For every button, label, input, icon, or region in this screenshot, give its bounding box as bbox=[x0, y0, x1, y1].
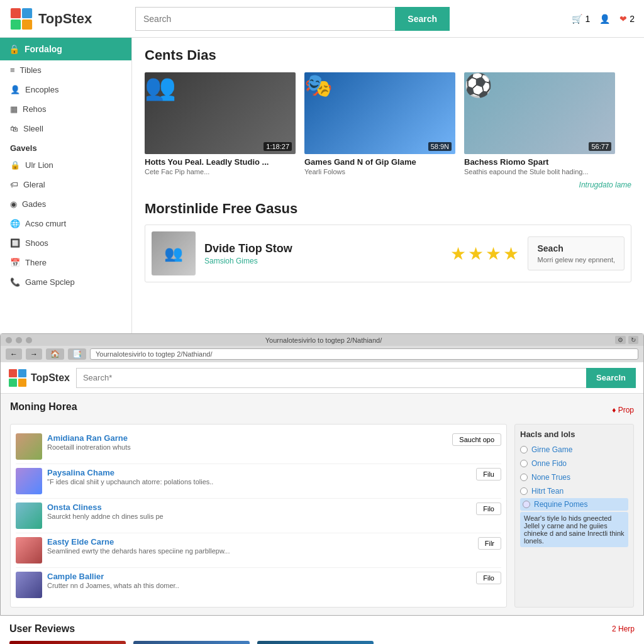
item-btn-4[interactable]: Filo bbox=[476, 572, 501, 584]
search-button[interactable]: Search bbox=[395, 7, 450, 31]
bag-icon: 🛍 bbox=[10, 124, 18, 133]
sidebar-item-label: Ulr Lion bbox=[25, 160, 53, 170]
bottom-movie-1[interactable]: 🎬 bbox=[9, 641, 126, 644]
sidebar-item-gleral[interactable]: 🏷 Gleral bbox=[0, 175, 131, 194]
movie-card-1[interactable]: 👥 1:18:27 Hotts You Peal. Leadly Studio … bbox=[145, 72, 296, 175]
browser-titlebar: Yournalotesivirlo to togtep 2/Nathiand/ … bbox=[1, 334, 643, 346]
radio-label-1: Onne Fido bbox=[531, 459, 567, 468]
radio-label-3: Hitrt Tean bbox=[531, 487, 564, 496]
sidebar-item-ulr-lion[interactable]: 🔒 Ulr Lion bbox=[0, 155, 131, 175]
search-box-text: Morri gelew ney epnnent, bbox=[537, 256, 615, 264]
movie-thumb-icon3: ⚽ bbox=[464, 72, 492, 98]
sidebar-item-encoples[interactable]: 👤 Encoples bbox=[0, 80, 131, 99]
radio-label-4: Requine Pomes bbox=[534, 500, 587, 509]
svg-rect-2 bbox=[11, 19, 21, 29]
sidebar-item-sleell[interactable]: 🛍 Sleell bbox=[0, 119, 131, 138]
item-name-0[interactable]: Amidiana Ran Garne bbox=[47, 433, 447, 443]
radio-0 bbox=[520, 446, 528, 453]
search-input[interactable] bbox=[135, 7, 395, 31]
browser-logo-text: TopStex bbox=[31, 372, 70, 384]
svg-rect-4 bbox=[9, 369, 17, 377]
lock-icon: 🔒 bbox=[9, 44, 19, 54]
stars-area: ★ ★ ★ ★ bbox=[450, 243, 519, 264]
search-box-title: Seach bbox=[537, 243, 615, 253]
sidebar-item-tibles[interactable]: ≡ Tibles bbox=[0, 60, 131, 80]
logo-icon bbox=[9, 7, 33, 31]
featured-title: Dvide Tiop Stow bbox=[204, 242, 441, 255]
header-icons: 🛒 1 👤 ❤ 2 bbox=[572, 14, 635, 24]
lock2-icon: 🔒 bbox=[10, 160, 20, 170]
item-btn-1[interactable]: Filu bbox=[476, 468, 501, 480]
browser-bookmark-btn[interactable]: 📑 bbox=[68, 348, 86, 360]
item-desc-1: "F ides dical shiit y upchaunch atorre: … bbox=[47, 478, 471, 486]
movie-card-3[interactable]: ⚽ 56:77 Bachess Riomo Spart Seathis eapo… bbox=[464, 72, 615, 175]
bottom-movie-2[interactable]: 🎬 bbox=[133, 641, 250, 644]
avatar-1 bbox=[16, 468, 42, 494]
movie-duration-2: 58:9N bbox=[428, 142, 452, 151]
browser-logo-icon bbox=[8, 369, 27, 387]
cart-count: 1 bbox=[585, 14, 590, 24]
heart-icon: ❤ bbox=[619, 14, 627, 24]
radio-item-3[interactable]: Hitrt Tean bbox=[520, 484, 628, 498]
popup-layout: Amidiana Ran Garne Rooetaill inotreratio… bbox=[10, 424, 634, 608]
browser-nav: ← → 🏠 📑 Yournalotesivirlo to togtep 2/Na… bbox=[1, 346, 643, 362]
item-btn-3[interactable]: Filr bbox=[478, 537, 501, 550]
browser-controls: ⚙ ↻ bbox=[615, 336, 638, 344]
list-item-info-1: Paysalina Chame "F ides dical shiit y up… bbox=[47, 468, 471, 486]
item-name-4[interactable]: Cample Ballier bbox=[47, 572, 471, 581]
movie-card-2[interactable]: 🎭 58:9N Games Gand N of Gip Glame Yearli… bbox=[304, 72, 455, 175]
sidebar-item-gades[interactable]: ◉ Gades bbox=[0, 194, 131, 214]
list-item-2: Onsta Cliness Saurckt henly addne ch din… bbox=[16, 499, 501, 533]
browser-btn-refresh[interactable]: ↻ bbox=[628, 336, 638, 344]
user-icon-item[interactable]: 👤 bbox=[599, 14, 610, 24]
sidebar-header: 🔒 Fordalog bbox=[0, 38, 131, 60]
item-desc-4: Crutter nn d Joames, whats ah this domer… bbox=[47, 582, 471, 589]
movie-desc-1: Cete Fac Pip hame... bbox=[145, 168, 296, 175]
item-name-1[interactable]: Paysalina Chame bbox=[47, 468, 471, 477]
bottom-movie-3[interactable]: 🎬 bbox=[257, 641, 374, 644]
svg-rect-6 bbox=[9, 379, 17, 387]
browser-search-button[interactable]: SearcIn bbox=[586, 368, 636, 388]
browser-btn-settings[interactable]: ⚙ bbox=[615, 336, 626, 344]
radio-item-2[interactable]: None Trues bbox=[520, 470, 628, 484]
movie-thumb-icon: 👥 bbox=[145, 73, 176, 101]
top-header: TopStex Search 🛒 1 👤 ❤ 2 bbox=[0, 0, 644, 38]
sidebar-header-label: Fordalog bbox=[25, 44, 62, 54]
browser-forward-btn[interactable]: → bbox=[26, 348, 42, 360]
bottom-help-link[interactable]: 2 Herp bbox=[612, 625, 635, 633]
radio-item-1[interactable]: Onne Fido bbox=[520, 457, 628, 470]
popup-prop-link[interactable]: ♦ Prop bbox=[612, 406, 634, 414]
sidebar-item-label: Gleral bbox=[23, 180, 45, 189]
cart-icon-item[interactable]: 🛒 1 bbox=[572, 14, 590, 24]
browser-content: Moning Horea ♦ Prop Amidiana Ran Garne R… bbox=[1, 394, 643, 615]
radio-item-4[interactable]: Requine Pomes bbox=[520, 498, 628, 511]
movie-title-1: Hotts You Peal. Leadly Studio ... bbox=[145, 157, 296, 167]
sidebar-item-label: Rehos bbox=[23, 104, 47, 114]
sidebar-item-acso[interactable]: 🌐 Acso cmurt bbox=[0, 214, 131, 233]
favorites-icon-item[interactable]: ❤ 2 bbox=[619, 14, 635, 24]
item-name-3[interactable]: Easty Elde Carne bbox=[47, 537, 473, 547]
item-name-2[interactable]: Onsta Cliness bbox=[47, 502, 471, 512]
sidebar-item-there[interactable]: 📅 There bbox=[0, 253, 131, 272]
item-btn-0[interactable]: Saucht opo bbox=[452, 433, 501, 446]
item-desc-2: Saurckt henly addne ch dines sulis pe bbox=[47, 513, 471, 520]
movie-thumb-3: ⚽ 56:77 bbox=[464, 72, 615, 154]
search-bar: Search bbox=[135, 7, 450, 31]
movie-desc-2: Yearli Folows bbox=[304, 168, 455, 175]
browser-search-wrap: SearcIn bbox=[76, 368, 636, 388]
svg-rect-3 bbox=[22, 19, 32, 29]
radio-item-0[interactable]: Girne Game bbox=[520, 443, 628, 457]
sidebar-item-shoos[interactable]: 🔲 Shoos bbox=[0, 233, 131, 253]
item-btn-2[interactable]: Filo bbox=[476, 502, 501, 515]
tag-icon: 🏷 bbox=[10, 180, 18, 189]
sidebar-item-rehos[interactable]: ▦ Rehos bbox=[0, 99, 131, 119]
browser-back-btn[interactable]: ← bbox=[6, 348, 22, 360]
browser-search-input[interactable] bbox=[76, 368, 586, 388]
movie-desc-3: Seathis eapound the Stule bolit hading..… bbox=[464, 168, 615, 175]
grid-icon: ▦ bbox=[10, 104, 18, 114]
list-item-3: Easty Elde Carne Seamlined ewrty the deh… bbox=[16, 533, 501, 568]
see-more-link[interactable]: Intrugdato lame bbox=[145, 180, 631, 189]
sidebar-item-game-spclep[interactable]: 📞 Game Spclep bbox=[0, 272, 131, 292]
item-desc-0: Rooetaill inotreration whuts bbox=[47, 443, 447, 451]
browser-home-btn[interactable]: 🏠 bbox=[46, 348, 64, 360]
